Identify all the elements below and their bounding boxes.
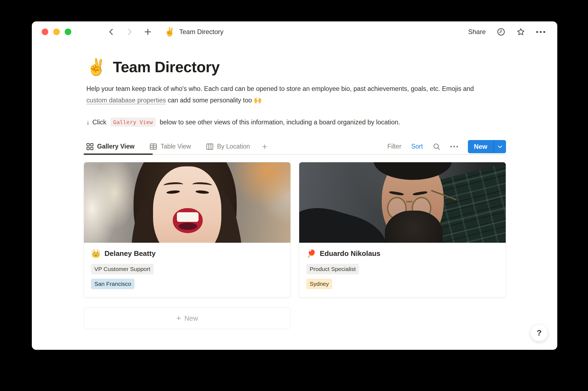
sidebar-menu-icon[interactable] [84, 28, 94, 36]
tab-label: By Location [217, 143, 250, 150]
new-button-chevron-down-icon[interactable] [494, 140, 506, 153]
window-titlebar: ✌️ Team Directory Share [32, 21, 557, 42]
crown-emoji-icon: 👑 [91, 250, 101, 258]
sort-button[interactable]: Sort [411, 143, 423, 150]
card-delaney-beatty[interactable]: 👑 Delaney Beatty VP Customer Support San… [84, 162, 291, 298]
card-body: 🏓 Eduardo Nikolaus Product Specialist Sy… [299, 243, 506, 297]
page-emoji-icon[interactable]: ✌️ [86, 59, 106, 75]
forward-icon[interactable] [126, 28, 133, 36]
raised-hands-emoji: 🙌 [254, 97, 262, 104]
tab-gallery-view[interactable]: Gallery View [86, 143, 134, 150]
view-toolbar: Gallery View Table View By Location + [86, 139, 506, 155]
page-content: ✌️ Team Directory Help your team keep tr… [86, 58, 506, 329]
card-photo-eduardo [299, 162, 506, 243]
view-controls: Filter Sort New [387, 140, 506, 153]
board-view-icon [206, 143, 213, 150]
history-clock-icon[interactable] [497, 27, 505, 36]
filter-button[interactable]: Filter [387, 143, 401, 150]
callout-text-2: below to see other views of this informa… [160, 119, 400, 126]
more-options-icon[interactable] [536, 31, 545, 33]
card-photo-delaney [84, 162, 290, 243]
tab-label: Table View [160, 143, 191, 150]
notion-window: ✌️ Team Directory Share ✌️ Team Director… [32, 21, 557, 350]
view-tabs: Gallery View Table View By Location + [86, 142, 267, 151]
new-button-label[interactable]: New [468, 140, 493, 153]
down-arrow-glyph: ↓ [86, 119, 90, 126]
new-card-label: New [184, 314, 198, 322]
tab-by-location[interactable]: By Location [206, 143, 250, 150]
share-button[interactable]: Share [468, 28, 486, 36]
search-icon[interactable] [433, 143, 440, 150]
card-name: Delaney Beatty [104, 249, 156, 258]
gallery-view-code-chip: Gallery View [110, 118, 156, 127]
description-text-2: can add some personality too [166, 97, 254, 104]
page-emoji-small: ✌️ [165, 28, 175, 36]
card-eduardo-nikolaus[interactable]: 🏓 Eduardo Nikolaus Product Specialist Sy… [299, 162, 506, 298]
table-view-icon [150, 143, 157, 150]
active-tab-underline [84, 153, 153, 155]
page-title: ✌️ Team Directory [86, 58, 506, 76]
tab-table-view[interactable]: Table View [150, 143, 191, 150]
callout-line: ↓ Click Gallery View below to see other … [86, 118, 506, 127]
back-icon[interactable] [108, 28, 115, 36]
role-tag: VP Customer Support [91, 264, 154, 274]
description-text: Help your team keep track of who's who. … [86, 85, 474, 92]
add-view-button[interactable]: + [262, 142, 267, 151]
callout-text: Click [92, 119, 106, 126]
location-tag: Sydney [306, 279, 332, 289]
page-title-text[interactable]: Team Directory [113, 58, 219, 76]
card-body: 👑 Delaney Beatty VP Customer Support San… [84, 243, 290, 297]
gallery-view-icon [86, 143, 94, 150]
card-name: Eduardo Nikolaus [320, 249, 380, 258]
tab-label: Gallery View [97, 143, 134, 150]
role-tag: Product Specialist [306, 264, 359, 274]
favorite-star-icon[interactable] [516, 27, 525, 36]
new-tab-icon[interactable] [144, 28, 152, 36]
traffic-lights [42, 29, 71, 35]
plus-icon: + [176, 314, 181, 322]
gallery-grid: 👑 Delaney Beatty VP Customer Support San… [84, 162, 506, 298]
close-button[interactable] [42, 29, 48, 35]
custom-database-properties-link[interactable]: custom database properties [86, 97, 166, 104]
zoom-button[interactable] [65, 29, 71, 35]
minimize-button[interactable] [53, 29, 60, 35]
titlebar-page-title[interactable]: Team Directory [179, 28, 223, 36]
new-card-button[interactable]: + New [84, 308, 291, 329]
ping-pong-emoji-icon: 🏓 [306, 250, 316, 258]
new-record-button[interactable]: New [468, 140, 506, 153]
location-tag: San Francisco [91, 279, 134, 289]
page-description: Help your team keep track of who's who. … [86, 83, 490, 106]
help-button[interactable]: ? [530, 324, 548, 342]
view-options-icon[interactable] [450, 146, 458, 147]
